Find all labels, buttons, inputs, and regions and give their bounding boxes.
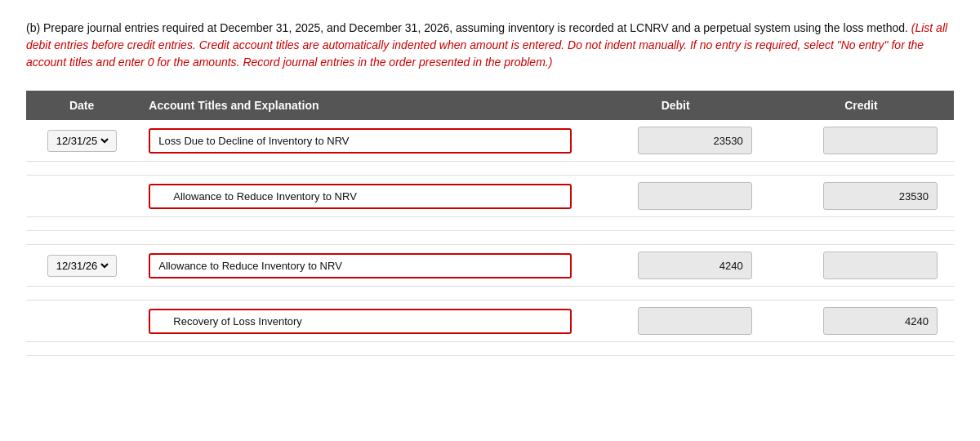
- instructions-normal: (b) Prepare journal entries required at …: [26, 21, 908, 34]
- debit-amount: [638, 182, 752, 210]
- debit-amount: 4240: [638, 252, 752, 279]
- debit-amount: [638, 307, 752, 335]
- journal-entries-table: Date Account Titles and Explanation Debi…: [26, 91, 954, 356]
- date-select[interactable]: 12/31/2512/31/26No entry: [53, 134, 111, 148]
- header-account: Account Titles and Explanation: [137, 91, 582, 120]
- credit-amount: [823, 127, 938, 154]
- account-input[interactable]: [149, 309, 571, 334]
- account-input[interactable]: [149, 128, 571, 154]
- table-row: 12/31/2512/31/26No entry4240: [26, 245, 954, 287]
- debit-amount: 23530: [638, 127, 752, 154]
- credit-amount: [823, 252, 938, 279]
- table-row: 12/31/2512/31/26No entry23530: [26, 120, 954, 162]
- table-row: 23530: [26, 176, 954, 217]
- date-select-wrapper[interactable]: 12/31/2512/31/26No entry: [47, 255, 117, 277]
- table-row: 4240: [26, 301, 954, 342]
- date-select[interactable]: 12/31/2512/31/26No entry: [53, 259, 111, 273]
- account-input[interactable]: [149, 253, 571, 278]
- instructions: (b) Prepare journal entries required at …: [26, 20, 954, 71]
- date-select-wrapper[interactable]: 12/31/2512/31/26No entry: [47, 130, 117, 152]
- header-date: Date: [26, 91, 137, 120]
- header-debit: Debit: [583, 91, 768, 120]
- account-input[interactable]: [149, 184, 571, 209]
- header-credit: Credit: [768, 91, 954, 120]
- credit-amount: 23530: [823, 182, 938, 210]
- credit-amount: 4240: [823, 307, 938, 335]
- table-header-row: Date Account Titles and Explanation Debi…: [26, 91, 954, 120]
